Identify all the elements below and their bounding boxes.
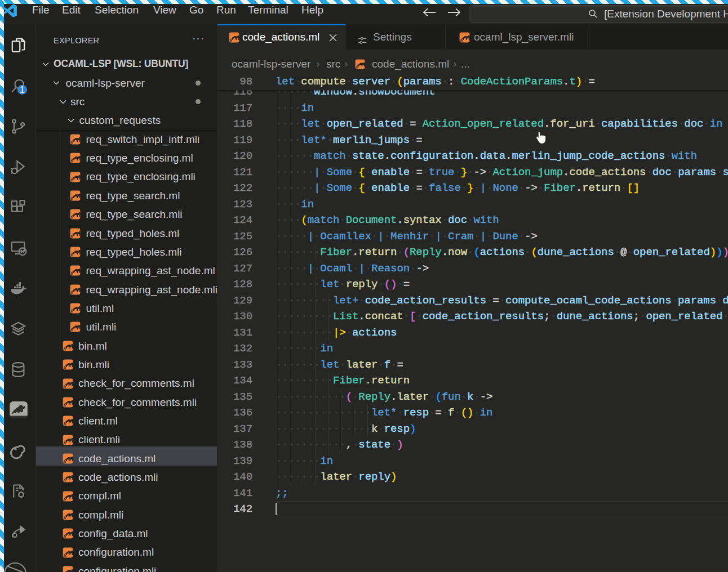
svg-text:1: 1 xyxy=(20,85,25,95)
